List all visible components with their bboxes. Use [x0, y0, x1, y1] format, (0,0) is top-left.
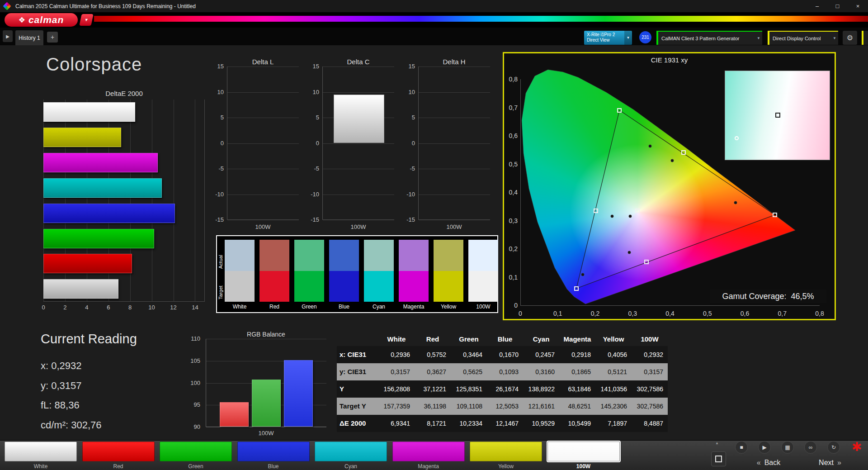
- y-tick-label: 15: [402, 63, 415, 70]
- x-tick-label: 8: [128, 304, 132, 311]
- cie-chart-title: CIE 1931 xy: [504, 56, 835, 64]
- display-control-dropdown[interactable]: Direct Display Control ▼: [768, 31, 838, 45]
- measured-marker: [628, 251, 631, 254]
- pattern-button-white[interactable]: White: [5, 442, 77, 470]
- table-cell: 0,2932: [632, 346, 668, 363]
- table-cell: 0,1670: [487, 346, 523, 363]
- inset-measured-marker: [735, 136, 739, 140]
- y-tick-label: 110: [191, 335, 200, 342]
- target-marker: [773, 213, 777, 217]
- gridline: [323, 143, 394, 144]
- refresh-button[interactable]: ↻: [827, 441, 840, 454]
- y-tick-label: -5: [211, 165, 224, 172]
- settings-gear-button[interactable]: ⚙: [843, 31, 857, 45]
- gridline: [419, 143, 490, 144]
- x-tick-label: 4: [85, 304, 88, 311]
- gridline: [323, 220, 394, 220]
- table-cell: 121,6161: [523, 398, 559, 415]
- pattern-label: Cyan: [315, 463, 387, 470]
- pattern-label: Green: [160, 463, 232, 470]
- deltae-bar-100w: [43, 102, 135, 122]
- table-cell: 37,1221: [415, 380, 451, 398]
- gamut-coverage-value: 46,5%: [791, 292, 814, 301]
- pattern-button-100w[interactable]: 100W: [547, 442, 620, 470]
- close-button[interactable]: ×: [848, 0, 868, 12]
- meter-count-badge[interactable]: 231: [639, 31, 651, 43]
- next-chevron-icon: »: [837, 459, 841, 467]
- y-tick-label: 5: [307, 114, 319, 121]
- calman-logo[interactable]: ❖ calman: [5, 13, 78, 27]
- measurement-table: WhiteRedGreenBlueCyanMagentaYellow100Wx:…: [337, 332, 668, 432]
- pattern-button-cyan[interactable]: Cyan: [315, 442, 387, 470]
- target-marker: [574, 286, 579, 291]
- table-cell: 8,1721: [415, 415, 451, 432]
- pattern-buttons: WhiteRedGreenBlueCyanMagentaYellow100W: [0, 441, 709, 470]
- y-tick-label: -15: [211, 216, 224, 223]
- tab-scroll-arrow-button[interactable]: ▶: [3, 30, 13, 42]
- save-button[interactable]: ▦: [781, 441, 794, 454]
- gridline: [195, 100, 195, 301]
- gridline: [419, 118, 490, 118]
- y-tick-label: 90: [194, 423, 200, 430]
- x-tick-label: 0: [42, 304, 45, 311]
- window-controls: – □ ×: [807, 0, 868, 12]
- row-label: ΔE 2000: [337, 415, 378, 432]
- pattern-swatch: [315, 442, 387, 461]
- gridline: [419, 66, 490, 67]
- current-reading-cdm2: cd/m²: 302,76: [41, 419, 102, 431]
- measured-marker: [611, 214, 614, 218]
- x-tick-label: 2: [63, 304, 66, 311]
- x-tick-label: 6: [107, 304, 110, 311]
- minimize-button[interactable]: –: [807, 0, 827, 12]
- gridline: [227, 143, 299, 144]
- play-button[interactable]: ▶: [758, 441, 771, 454]
- y-tick-label: 15: [307, 63, 319, 70]
- pattern-button-red[interactable]: Red: [82, 442, 155, 470]
- meter-dropdown[interactable]: X-Rite i1Pro 2 Direct View ▼: [584, 31, 632, 45]
- column-header: Red: [415, 332, 451, 346]
- column-header: White: [378, 332, 415, 346]
- logo-menu-button[interactable]: ▼: [79, 14, 94, 26]
- next-button[interactable]: Next »: [803, 457, 857, 469]
- gridline: [227, 195, 299, 195]
- pattern-label: Red: [82, 463, 155, 470]
- pattern-button-green[interactable]: Green: [160, 442, 232, 470]
- row-label: x: CIE31: [337, 346, 378, 363]
- swatch-label: Cyan: [364, 304, 394, 310]
- pattern-label: Yellow: [470, 463, 542, 470]
- display-control-label: Direct Display Control: [769, 36, 831, 41]
- current-reading-x: x: 0,2932: [41, 360, 82, 372]
- swatch-column-yellow: Yellow: [434, 240, 463, 310]
- swatch-label: Magenta: [399, 304, 429, 310]
- gamut-coverage-label: Gamut Coverage:: [722, 292, 786, 301]
- gridline: [323, 92, 394, 93]
- add-tab-button[interactable]: +: [47, 32, 58, 43]
- page-title: Colorspace: [46, 54, 142, 75]
- stop-button[interactable]: ■: [735, 441, 748, 454]
- y-tick-label: 0: [402, 140, 415, 147]
- table-cell: 48,6251: [559, 398, 595, 415]
- link-button[interactable]: ∞: [804, 441, 817, 454]
- actual-swatch: [434, 240, 463, 271]
- tab-history-1[interactable]: History 1: [15, 30, 43, 45]
- y-tick-label: -10: [211, 191, 224, 198]
- pattern-button-yellow[interactable]: Yellow: [470, 442, 542, 470]
- maximize-button[interactable]: □: [827, 0, 848, 12]
- table-cell: 0,3627: [415, 363, 451, 380]
- app-icon: [3, 2, 11, 10]
- pattern-button-blue[interactable]: Blue: [237, 442, 310, 470]
- target-swatch: [294, 271, 324, 302]
- actual-swatch: [294, 240, 324, 271]
- table-cell: 109,1108: [451, 398, 487, 415]
- pattern-source-dropdown[interactable]: CalMAN Client 3 Pattern Generator ▼: [656, 31, 762, 45]
- delta_h-plot: [418, 66, 490, 220]
- back-button[interactable]: « Back: [741, 457, 796, 469]
- swatch-column-green: Green: [294, 240, 324, 310]
- pattern-swatch: [392, 442, 465, 461]
- swatch-column-red: Red: [259, 240, 289, 310]
- calman-asterisk-icon[interactable]: ✱: [852, 440, 862, 454]
- actual-swatch: [259, 240, 289, 271]
- pattern-button-magenta[interactable]: Magenta: [392, 442, 465, 470]
- column-header: Magenta: [559, 332, 595, 346]
- column-header: Yellow: [595, 332, 632, 346]
